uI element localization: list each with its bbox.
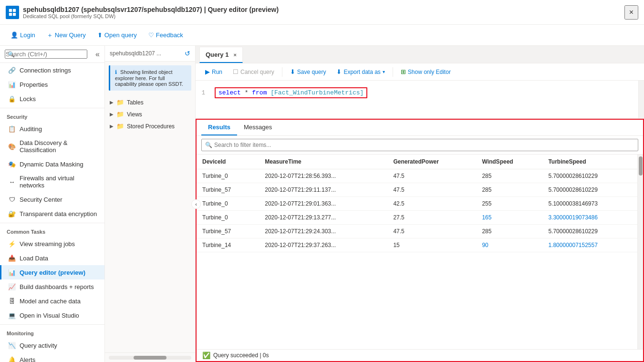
sidebar-item-label: Open in Visual Studio <box>20 312 79 319</box>
sidebar-item-label: Data Discovery & Classification <box>20 139 98 154</box>
results-filter-input[interactable] <box>201 139 638 151</box>
close-button[interactable]: × <box>624 5 638 20</box>
new-query-button[interactable]: ＋ New Query <box>42 29 91 41</box>
sidebar-item-auditing[interactable]: 📋 Auditing <box>0 122 104 136</box>
sidebar-item-model-cache[interactable]: 🗄 Model and cache data <box>0 294 104 308</box>
sidebar-item-transparent-encryption[interactable]: 🔐 Transparent data encryption <box>0 207 104 221</box>
top-toolbar: 👤 Login ＋ New Query ⬆ Open query ♡ Feedb… <box>0 25 644 46</box>
encryption-icon: 🔐 <box>8 210 16 217</box>
connection-strings-icon: 🔗 <box>8 66 16 74</box>
symbol-star: * <box>245 89 252 96</box>
sidebar-item-dynamic-masking[interactable]: 🎭 Dynamic Data Masking <box>0 157 104 171</box>
folder-icon: 📁 <box>116 99 124 106</box>
results-tab-results[interactable]: Results <box>201 120 237 135</box>
cell-measuretime: 2020-12-07T21:29:13.277... <box>259 211 387 225</box>
cell-generatedpower: 15 <box>387 238 476 252</box>
login-icon: 👤 <box>10 31 18 39</box>
export-icon: ⬇ <box>336 68 342 75</box>
tab-close-button[interactable]: × <box>233 52 236 58</box>
sidebar-item-build-dashboards[interactable]: 📈 Build dashboards + reports <box>0 279 104 294</box>
security-center-icon: 🛡 <box>8 196 16 203</box>
code-line-1: 1 select * from [Fact_WindTurbineMetrics… <box>196 85 644 100</box>
common-tasks-section-label: Common Tasks <box>0 223 104 237</box>
cell-deviceid: Turbine_57 <box>197 183 259 197</box>
sidebar-item-query-editor[interactable]: 📊 Query editor (preview) <box>0 265 104 279</box>
folder-icon: 📁 <box>116 111 124 118</box>
results-tab-messages[interactable]: Messages <box>237 120 279 135</box>
firewalls-icon: ↔ <box>8 178 16 186</box>
table-row: Turbine_57 2020-12-07T21:29:11.137... 47… <box>197 183 637 197</box>
query-tab-1[interactable]: Query 1 × <box>199 47 243 63</box>
sidebar-item-label: Dynamic Data Masking <box>20 161 83 168</box>
oe-item-tables[interactable]: ▶ 📁 Tables <box>105 96 195 108</box>
cell-deviceid: Turbine_0 <box>197 197 259 211</box>
oe-info-text: Showing limited object explorer here. Fo… <box>115 69 183 87</box>
results-scrollbar[interactable] <box>637 155 643 349</box>
sidebar-item-open-visual-studio[interactable]: 💻 Open in Visual Studio <box>0 308 104 322</box>
sidebar-collapse-button[interactable]: « <box>95 50 100 59</box>
alerts-icon: 🔔 <box>8 356 16 362</box>
cell-windspeed[interactable]: 90 <box>476 238 542 252</box>
grid-icon: ⊞ <box>401 68 406 75</box>
sidebar-item-security-center[interactable]: 🛡 Security Center <box>0 192 104 207</box>
oe-horizontal-scrollbar[interactable] <box>105 352 195 362</box>
scroll-thumb <box>134 356 166 360</box>
oe-item-stored-procedures[interactable]: ▶ 📁 Stored Procedures <box>105 120 195 132</box>
sidebar-item-firewalls[interactable]: ↔ Firewalls and virtual networks <box>0 171 104 192</box>
chevron-right-icon: ▶ <box>110 112 114 117</box>
search-input[interactable] <box>5 50 87 59</box>
save-query-button[interactable]: ⬇ Save query <box>285 66 331 77</box>
export-data-button[interactable]: ⬇ Export data as ▾ <box>332 66 389 77</box>
sidebar-item-load-data[interactable]: 📥 Load Data <box>0 251 104 265</box>
dynamic-masking-icon: 🎭 <box>8 160 16 168</box>
sidebar-item-label: Load Data <box>20 255 48 262</box>
oe-items: ▶ 📁 Tables ▶ 📁 Views ▶ 📁 Stored Procedur… <box>105 94 195 134</box>
editor-scrollbar[interactable] <box>638 81 644 118</box>
cell-turbinespeed[interactable]: 1.80000007152557 <box>542 238 637 252</box>
sidebar-item-data-discovery[interactable]: 🎨 Data Discovery & Classification <box>0 136 104 157</box>
col-turbinespeed: TurbineSpeed <box>542 155 637 169</box>
oe-refresh-button[interactable]: ↺ <box>185 50 190 57</box>
code-highlighted-text: select * from [Fact_WindTurbineMetrics] <box>215 87 367 98</box>
search-icon: 🔍 <box>8 51 15 58</box>
sidebar-search-wrap: 🔍 <box>5 50 93 59</box>
sidebar-item-connection-strings[interactable]: 🔗 Connection strings <box>0 63 104 77</box>
cancel-query-button[interactable]: ☐ Cancel query <box>228 66 279 77</box>
open-query-button[interactable]: ⬆ Open query <box>93 30 142 41</box>
code-editor[interactable]: 1 select * from [Fact_WindTurbineMetrics… <box>196 81 644 119</box>
svg-rect-1 <box>13 9 16 11</box>
sidebar-item-locks[interactable]: 🔒 Locks <box>0 92 104 106</box>
cell-measuretime: 2020-12-07T21:29:24.303... <box>259 225 387 238</box>
cell-deviceid: Turbine_0 <box>197 211 259 225</box>
run-button[interactable]: ▶ Run <box>200 66 227 77</box>
query-tabs: Query 1 × <box>196 46 644 63</box>
table-header-row: DeviceId MeasureTime GeneratedPower Wind… <box>197 155 637 169</box>
cell-windspeed[interactable]: 165 <box>476 211 542 225</box>
status-text: Query succeeded | 0s <box>213 352 269 359</box>
plus-icon: ＋ <box>47 31 53 40</box>
cell-windspeed: 255 <box>476 197 542 211</box>
collapse-panel-button[interactable]: ‹ <box>191 199 201 209</box>
object-explorer: spehubsqldb1207 ... ↺ ℹ Showing limited … <box>105 46 196 362</box>
show-only-editor-button[interactable]: ⊞ Show only Editor <box>396 66 456 77</box>
sidebar-item-streaming-jobs[interactable]: ⚡ View streaming jobs <box>0 237 104 251</box>
properties-icon: 📊 <box>8 81 16 88</box>
login-button[interactable]: 👤 Login <box>6 30 40 41</box>
query-editor-icon: 📊 <box>8 269 16 276</box>
sidebar-item-alerts[interactable]: 🔔 Alerts <box>0 352 104 362</box>
cell-windspeed: 285 <box>476 183 542 197</box>
status-success-icon: ✅ <box>202 352 210 359</box>
cell-generatedpower: 27.5 <box>387 211 476 225</box>
sidebar-item-properties[interactable]: 📊 Properties <box>0 77 104 92</box>
sidebar-item-query-activity[interactable]: 📉 Query activity <box>0 338 104 352</box>
cell-windspeed: 285 <box>476 169 542 183</box>
feedback-button[interactable]: ♡ Feedback <box>144 30 188 41</box>
oe-item-views[interactable]: ▶ 📁 Views <box>105 108 195 120</box>
cell-turbinespeed[interactable]: 3.30000019073486 <box>542 211 637 225</box>
cell-turbinespeed: 5.70000028610229 <box>542 225 637 238</box>
oe-item-label: Views <box>127 111 142 118</box>
col-measuretime: MeasureTime <box>259 155 387 169</box>
oe-item-label: Stored Procedures <box>127 123 175 130</box>
code-content[interactable]: select * from [Fact_WindTurbineMetrics] <box>211 86 644 99</box>
cell-generatedpower: 47.5 <box>387 183 476 197</box>
